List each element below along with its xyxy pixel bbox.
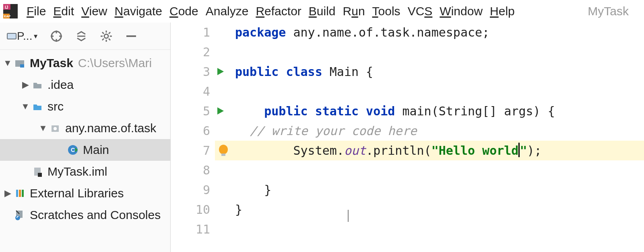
hide-panel-icon[interactable]	[125, 30, 137, 42]
svg-point-36	[219, 145, 228, 154]
code-token: public static void	[264, 104, 402, 118]
project-view-label: P...	[17, 30, 32, 43]
svg-rect-6	[7, 33, 16, 39]
tree-item[interactable]: MyTask.iml	[0, 161, 170, 182]
code-line[interactable]	[215, 42, 644, 62]
tree-label: MyTask	[30, 56, 73, 70]
tree-label: MyTask.iml	[47, 165, 107, 178]
svg-rect-22	[126, 35, 136, 37]
menu-vcs[interactable]: VCS	[408, 4, 433, 18]
tree-item[interactable]: Scratches and Consoles	[0, 204, 170, 226]
tree-label: src	[47, 100, 64, 113]
tree-item[interactable]: CMain	[0, 139, 170, 161]
code-line[interactable]	[215, 160, 644, 180]
code-line[interactable]: }	[215, 180, 644, 200]
code-token: // write your code here	[250, 124, 417, 138]
code-token: package	[235, 25, 293, 39]
code-line[interactable]: package any.name.of.task.namespace;	[215, 23, 644, 42]
code-token: out	[344, 143, 366, 158]
package-icon	[49, 122, 61, 134]
project-name-label: MyTask	[588, 4, 629, 18]
svg-rect-24	[20, 64, 24, 68]
code-token: Main {	[330, 65, 373, 79]
menu-analyze[interactable]: Analyze	[206, 4, 249, 18]
code-token: main(String[] args) {	[402, 104, 555, 118]
locate-icon[interactable]	[50, 30, 62, 42]
svg-rect-30	[38, 173, 42, 177]
collapse-all-icon[interactable]	[75, 30, 87, 42]
code-token: }	[235, 183, 271, 197]
tree-label: Scratches and Consoles	[30, 208, 161, 222]
tree-label: .idea	[47, 78, 74, 92]
menu-run[interactable]: Run	[343, 4, 365, 18]
tree-item[interactable]: ▼src	[0, 96, 170, 117]
editor-pane[interactable]: 1234567891011 package any.name.of.task.n…	[171, 23, 644, 252]
chevron-down-icon: ▾	[34, 32, 37, 41]
lightbulb-icon[interactable]	[217, 144, 229, 158]
code-token: public class	[235, 65, 330, 79]
gutter-line: 2	[171, 42, 210, 62]
code-line[interactable]	[215, 219, 644, 239]
code-line[interactable]	[215, 82, 644, 101]
gutter-line: 4	[171, 82, 210, 101]
gutter-line: 9	[171, 180, 210, 200]
menu-refactor[interactable]: Refactor	[256, 4, 301, 18]
menu-tools[interactable]: Tools	[372, 4, 400, 18]
code-token: }	[235, 203, 242, 217]
code-line[interactable]: }	[215, 200, 644, 219]
tree-arrow-icon[interactable]: ▶	[20, 80, 31, 90]
menu-build[interactable]: Build	[309, 4, 336, 18]
code-line[interactable]: public class Main {	[215, 62, 644, 82]
tree-label: Main	[83, 143, 109, 157]
menu-file[interactable]: File	[27, 4, 46, 18]
gutter-line: 5	[171, 101, 210, 121]
tree-item[interactable]: ▼MyTaskC:\Users\Mari	[0, 52, 170, 74]
code-area[interactable]: package any.name.of.task.namespace;publi…	[215, 23, 644, 252]
code-token: );	[527, 143, 542, 158]
code-line[interactable]: public static void main(String[] args) {	[215, 101, 644, 121]
tree-item[interactable]: ▼any.name.of.task	[0, 117, 170, 139]
tree-arrow-icon[interactable]: ▼	[20, 101, 31, 112]
gear-icon[interactable]	[100, 30, 112, 42]
project-tree: ▼MyTaskC:\Users\Mari▶.idea▼src▼any.name.…	[0, 50, 170, 252]
menu-edit[interactable]: Edit	[53, 4, 74, 18]
code-token: any.name.of.task.namespace;	[293, 25, 490, 39]
libs-icon	[14, 187, 26, 199]
class-icon: C	[67, 144, 79, 156]
svg-text:EAP: EAP	[4, 14, 11, 18]
gutter-line: 10	[171, 200, 210, 219]
project-icon	[14, 57, 26, 69]
code-token: "	[520, 143, 527, 158]
tree-arrow-icon[interactable]: ▼	[38, 123, 48, 133]
menu-window[interactable]: Window	[440, 4, 483, 18]
main-body: P...▾ ▼MyTaskC:\Users\Mari▶.idea▼src▼any…	[0, 23, 644, 252]
tree-arrow-icon[interactable]: ▼	[2, 58, 13, 68]
tree-item[interactable]: ▶.idea	[0, 74, 170, 96]
secondary-caret-icon	[348, 210, 349, 222]
sidebar-toolbar: P...▾	[0, 23, 170, 50]
tree-item[interactable]: ▶External Libraries	[0, 182, 170, 204]
folder-icon	[31, 79, 43, 91]
menu-code[interactable]: Code	[169, 4, 198, 18]
code-token: .println(	[366, 143, 431, 158]
svg-rect-32	[19, 190, 21, 197]
svg-line-19	[109, 39, 110, 40]
code-line[interactable]: System.out.println("Hello world");	[215, 141, 644, 160]
project-view-selector[interactable]: P...▾	[6, 30, 37, 43]
menu-navigate[interactable]: Navigate	[115, 4, 162, 18]
menu-view[interactable]: View	[81, 4, 107, 18]
svg-rect-37	[221, 154, 225, 156]
code-token	[235, 104, 264, 118]
code-token: "Hello world	[431, 143, 519, 158]
svg-point-26	[54, 127, 57, 130]
svg-point-13	[104, 34, 108, 38]
svg-line-20	[102, 39, 104, 40]
svg-text:C: C	[71, 147, 75, 153]
folder-src-icon	[31, 100, 43, 113]
code-token: System.	[235, 143, 344, 158]
menu-help[interactable]: Help	[490, 4, 515, 18]
code-line[interactable]: // write your code here	[215, 121, 644, 141]
tree-arrow-icon[interactable]: ▶	[2, 188, 13, 199]
project-sidebar: P...▾ ▼MyTaskC:\Users\Mari▶.idea▼src▼any…	[0, 23, 171, 252]
gutter-line: 11	[171, 219, 210, 239]
